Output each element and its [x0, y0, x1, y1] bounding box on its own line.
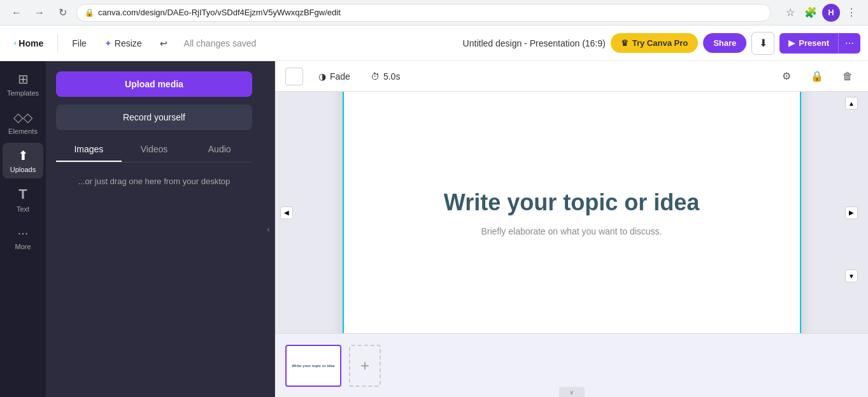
expand-icon: ∨ — [569, 389, 574, 396]
drag-hint-text: ...or just drag one here from your deskt… — [56, 175, 252, 188]
home-chevron-icon: ‹ — [14, 40, 16, 47]
fade-icon: ◑ — [318, 71, 326, 82]
present-label: Present — [799, 38, 829, 48]
scroll-right-button[interactable]: ▶ — [845, 206, 858, 219]
scroll-down-control: ▼ — [845, 270, 858, 283]
sidebar-item-more[interactable]: ··· More — [3, 220, 43, 256]
browser-bar: ← → ↻ 🔒 canva.com/design/DAEo-RjITyo/vSD… — [0, 0, 868, 25]
reload-button[interactable]: ↻ — [53, 4, 71, 22]
elements-icon: ◇◇ — [13, 110, 32, 125]
canva-app: ‹ Home File ✦ Resize ↩ All changes saved… — [0, 25, 868, 397]
fade-button[interactable]: ◑ Fade — [313, 69, 355, 84]
sidebar-item-text[interactable]: T Text — [3, 181, 43, 218]
sidebar-item-label: Elements — [8, 127, 38, 135]
resize-label: Resize — [115, 38, 142, 48]
tab-audio[interactable]: Audio — [187, 138, 252, 162]
lock-icon: 🔒 — [811, 70, 823, 82]
home-button[interactable]: ‹ Home — [8, 34, 50, 52]
design-title: Untitled design - Presentation (16:9) — [463, 38, 606, 48]
undo-button[interactable]: ↩ — [153, 34, 174, 52]
templates-icon: ⊞ — [18, 71, 29, 87]
browser-menu-button[interactable]: ⋮ — [843, 4, 860, 22]
slide-thumb-text: Write your topic or idea — [292, 364, 335, 368]
fade-label: Fade — [330, 71, 350, 82]
present-more-button[interactable]: ⋯ — [839, 33, 860, 54]
slide-canvas[interactable]: ↻ Write your topic or idea Briefly elabo… — [343, 92, 801, 333]
present-group: ▶ Present ⋯ — [779, 33, 860, 54]
media-tabs: Images Videos Audio — [56, 138, 252, 162]
magic-icon: ✦ — [104, 38, 112, 48]
add-slide-button[interactable]: + — [349, 345, 381, 387]
sidebar-item-elements[interactable]: ◇◇ Elements — [3, 105, 43, 140]
filter-icon: ⚙ — [782, 70, 791, 82]
extensions-button[interactable]: 🧩 — [802, 4, 820, 22]
record-yourself-button[interactable]: Record yourself — [56, 105, 252, 130]
saved-status: All changes saved — [184, 38, 458, 48]
slide-canvas-wrapper: ▲ ▼ ↻ Write your topic or idea Briefly e… — [275, 92, 868, 333]
sidebar-item-label: Text — [17, 205, 29, 213]
try-pro-label: Try Canva Pro — [632, 38, 688, 48]
back-button[interactable]: ← — [8, 4, 25, 22]
present-button[interactable]: ▶ Present — [779, 33, 839, 54]
sidebar-item-templates[interactable]: ⊞ Templates — [3, 66, 43, 102]
sidebar-item-label: Uploads — [10, 166, 36, 173]
text-icon: T — [18, 186, 27, 203]
forward-button[interactable]: → — [31, 4, 48, 22]
try-pro-button[interactable]: ♛ Try Canva Pro — [611, 33, 698, 53]
slide-main-title: Write your topic or idea — [444, 189, 699, 216]
more-icon: ··· — [18, 226, 29, 240]
collapse-panel-button[interactable]: ‹ — [262, 61, 275, 397]
time-label: 5.0s — [383, 71, 400, 82]
slide-subtitle: Briefly elaborate on what you want to di… — [481, 226, 662, 236]
lock-button[interactable]: 🔒 — [807, 66, 827, 87]
scroll-controls: ▲ — [845, 97, 858, 110]
scroll-down-button[interactable]: ▼ — [845, 270, 858, 282]
sidebar-item-uploads[interactable]: ⬆ Uploads — [3, 143, 43, 178]
browser-actions: ☆ 🧩 H ⋮ — [781, 4, 860, 22]
url-text: canva.com/design/DAEo-RjITyo/vSDdf4EjzmV… — [98, 8, 341, 17]
sidebar-item-label: More — [15, 243, 31, 250]
resize-button[interactable]: ✦ Resize — [98, 34, 148, 52]
scroll-up-button[interactable]: ▲ — [845, 97, 858, 110]
slide-thumbnail-1[interactable]: Write your topic or idea — [285, 345, 341, 387]
time-icon: ⏱ — [371, 71, 380, 82]
address-bar[interactable]: 🔒 canva.com/design/DAEo-RjITyo/vSDdf4Ejz… — [76, 4, 771, 22]
slide-toolbar: ◑ Fade ⏱ 5.0s ⚙ 🔒 🗑 — [275, 61, 868, 92]
sidebar-item-label: Templates — [7, 89, 39, 97]
uploads-icon: ⬆ — [18, 148, 29, 163]
share-button[interactable]: Share — [703, 33, 746, 53]
crown-icon: ♛ — [621, 38, 629, 48]
delete-icon: 🗑 — [843, 71, 853, 82]
star-button[interactable]: ☆ — [781, 4, 799, 22]
canvas-area: ◑ Fade ⏱ 5.0s ⚙ 🔒 🗑 — [275, 61, 868, 397]
left-panel: Upload media Record yourself Images Vide… — [46, 61, 262, 397]
home-label: Home — [18, 38, 43, 48]
tab-images[interactable]: Images — [56, 138, 122, 162]
main-area: ⊞ Templates ◇◇ Elements ⬆ Uploads T Text… — [0, 61, 868, 397]
time-button[interactable]: ⏱ 5.0s — [366, 69, 405, 84]
profile-avatar[interactable]: H — [822, 4, 840, 22]
expand-timeline-button[interactable]: ∨ — [559, 387, 585, 397]
sidebar-icons: ⊞ Templates ◇◇ Elements ⬆ Uploads T Text… — [0, 61, 46, 397]
file-button[interactable]: File — [66, 34, 93, 52]
upload-media-button[interactable]: Upload media — [56, 71, 252, 97]
scroll-left-button[interactable]: ◀ — [280, 206, 293, 219]
header-separator — [57, 34, 58, 52]
filter-settings-button[interactable]: ⚙ — [776, 66, 797, 87]
collapse-icon: ‹ — [267, 225, 270, 234]
tab-videos[interactable]: Videos — [122, 138, 187, 162]
bottom-area: Write your topic or idea + ∨ — [275, 333, 868, 397]
delete-button[interactable]: 🗑 — [837, 66, 858, 87]
download-button[interactable]: ⬇ — [751, 32, 774, 55]
present-icon: ▶ — [788, 38, 795, 48]
color-swatch[interactable] — [285, 68, 303, 85]
canva-header: ‹ Home File ✦ Resize ↩ All changes saved… — [0, 25, 868, 61]
lock-icon: 🔒 — [85, 8, 94, 17]
